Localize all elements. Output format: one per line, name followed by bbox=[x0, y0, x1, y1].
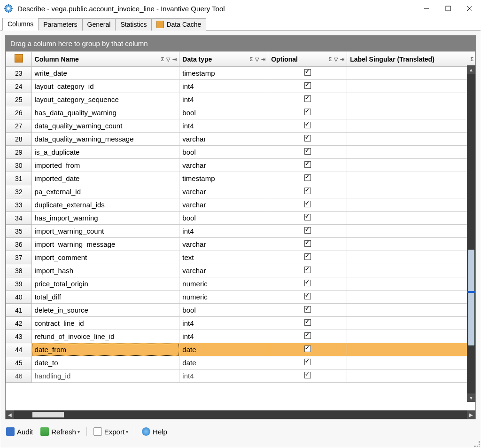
scroll-track-h[interactable] bbox=[14, 410, 467, 419]
cell-column-name[interactable]: date_from bbox=[31, 343, 179, 356]
cell-label-singular[interactable] bbox=[347, 159, 475, 172]
optional-checkbox[interactable] bbox=[304, 293, 311, 299]
cell-label-singular[interactable] bbox=[347, 304, 475, 317]
table-row[interactable]: 27data_quality_warning_countint4 bbox=[6, 119, 475, 133]
cell-optional[interactable] bbox=[268, 106, 347, 119]
table-row[interactable]: 34has_import_warningbool bbox=[6, 212, 475, 225]
cell-column-name[interactable]: write_date bbox=[31, 67, 179, 80]
cell-optional[interactable] bbox=[268, 304, 347, 317]
header-data-type[interactable]: Data typeΣ ▽ ⇥ bbox=[179, 52, 268, 67]
cell-column-name[interactable]: data_quality_warning_count bbox=[31, 119, 179, 133]
minimize-button[interactable] bbox=[416, 0, 437, 16]
row-number[interactable]: 39 bbox=[6, 277, 32, 291]
header-column-name[interactable]: Column NameΣ ▽ ⇥ bbox=[31, 52, 179, 67]
cell-optional[interactable] bbox=[268, 198, 347, 212]
cell-label-singular[interactable] bbox=[347, 225, 475, 238]
cell-optional[interactable] bbox=[268, 146, 347, 159]
cell-label-singular[interactable] bbox=[347, 356, 475, 369]
tab-general[interactable]: General bbox=[82, 18, 116, 31]
cell-label-singular[interactable] bbox=[347, 198, 475, 212]
cell-optional[interactable] bbox=[268, 291, 347, 304]
cell-column-name[interactable]: duplicate_external_ids bbox=[31, 198, 179, 212]
table-row[interactable]: 37import_commenttext bbox=[6, 251, 475, 264]
row-number[interactable]: 34 bbox=[6, 212, 32, 225]
row-number[interactable]: 40 bbox=[6, 291, 32, 304]
optional-checkbox[interactable] bbox=[304, 135, 311, 141]
optional-checkbox[interactable] bbox=[304, 174, 311, 181]
horizontal-scrollbar[interactable]: ◀ ▶ bbox=[6, 410, 475, 419]
optional-checkbox[interactable] bbox=[304, 109, 311, 115]
optional-checkbox[interactable] bbox=[304, 201, 311, 207]
cell-data-type[interactable]: bool bbox=[179, 106, 268, 119]
row-number[interactable]: 42 bbox=[6, 317, 32, 330]
cell-data-type[interactable]: date bbox=[179, 356, 268, 369]
cell-label-singular[interactable] bbox=[347, 317, 475, 330]
cell-data-type[interactable]: text bbox=[179, 251, 268, 264]
row-number[interactable]: 45 bbox=[6, 356, 32, 369]
cell-optional[interactable] bbox=[268, 277, 347, 291]
cell-column-name[interactable]: import_warning_count bbox=[31, 225, 179, 238]
table-row[interactable]: 26has_data_quality_warningbool bbox=[6, 106, 475, 119]
table-row[interactable]: 41delete_in_sourcebool bbox=[6, 304, 475, 317]
optional-checkbox[interactable] bbox=[304, 214, 311, 220]
cell-label-singular[interactable] bbox=[347, 238, 475, 251]
row-number[interactable]: 37 bbox=[6, 251, 32, 264]
optional-checkbox[interactable] bbox=[304, 161, 311, 168]
cell-label-singular[interactable] bbox=[347, 343, 475, 356]
cell-label-singular[interactable] bbox=[347, 133, 475, 146]
cell-column-name[interactable]: total_diff bbox=[31, 291, 179, 304]
table-row[interactable]: 29is_a_duplicatebool bbox=[6, 146, 475, 159]
tab-columns[interactable]: Columns bbox=[2, 18, 39, 31]
cell-data-type[interactable]: int4 bbox=[179, 225, 268, 238]
cell-data-type[interactable]: int4 bbox=[179, 369, 268, 383]
corner-header[interactable] bbox=[6, 52, 32, 67]
cell-optional[interactable] bbox=[268, 80, 347, 93]
cell-optional[interactable] bbox=[268, 93, 347, 106]
tab-parameters[interactable]: Parameters bbox=[38, 18, 82, 31]
row-number[interactable]: 44 bbox=[6, 343, 32, 356]
audit-button[interactable]: Audit bbox=[3, 426, 36, 437]
cell-column-name[interactable]: price_total_origin bbox=[31, 277, 179, 291]
optional-checkbox[interactable] bbox=[304, 240, 311, 247]
optional-checkbox[interactable] bbox=[304, 69, 311, 76]
cell-data-type[interactable]: int4 bbox=[179, 80, 268, 93]
table-row[interactable]: 45date_todate bbox=[6, 356, 475, 369]
scroll-thumb[interactable] bbox=[468, 250, 474, 346]
table-row[interactable]: 44date_fromdate bbox=[6, 343, 475, 356]
cell-optional[interactable] bbox=[268, 119, 347, 133]
cell-optional[interactable] bbox=[268, 159, 347, 172]
cell-column-name[interactable]: import_warning_message bbox=[31, 238, 179, 251]
table-row[interactable]: 39price_total_originnumeric bbox=[6, 277, 475, 291]
row-number[interactable]: 32 bbox=[6, 185, 32, 198]
cell-data-type[interactable]: varchar bbox=[179, 133, 268, 146]
chevron-down-icon[interactable]: ▾ bbox=[126, 429, 128, 434]
cell-optional[interactable] bbox=[268, 343, 347, 356]
row-number[interactable]: 46 bbox=[6, 369, 32, 383]
table-row[interactable]: 35import_warning_countint4 bbox=[6, 225, 475, 238]
table-row[interactable]: 38import_hashvarchar bbox=[6, 264, 475, 277]
scroll-track[interactable] bbox=[467, 74, 475, 393]
table-row[interactable]: 46handling_idint4 bbox=[6, 369, 475, 383]
optional-checkbox[interactable] bbox=[304, 82, 311, 89]
row-number[interactable]: 24 bbox=[6, 80, 32, 93]
cell-column-name[interactable]: handling_id bbox=[31, 369, 179, 383]
cell-label-singular[interactable] bbox=[347, 80, 475, 93]
row-number[interactable]: 35 bbox=[6, 225, 32, 238]
cell-data-type[interactable]: numeric bbox=[179, 291, 268, 304]
cell-data-type[interactable]: varchar bbox=[179, 238, 268, 251]
row-number[interactable]: 30 bbox=[6, 159, 32, 172]
cell-column-name[interactable]: layout_category_id bbox=[31, 80, 179, 93]
cell-column-name[interactable]: delete_in_source bbox=[31, 304, 179, 317]
optional-checkbox[interactable] bbox=[304, 148, 311, 155]
optional-checkbox[interactable] bbox=[304, 95, 311, 102]
vertical-scrollbar[interactable]: ▲ ▼ bbox=[467, 65, 475, 402]
cell-data-type[interactable]: varchar bbox=[179, 198, 268, 212]
chevron-down-icon[interactable]: ▾ bbox=[78, 429, 80, 434]
cell-optional[interactable] bbox=[268, 185, 347, 198]
cell-data-type[interactable]: varchar bbox=[179, 159, 268, 172]
cell-label-singular[interactable] bbox=[347, 146, 475, 159]
cell-data-type[interactable]: int4 bbox=[179, 119, 268, 133]
header-icons[interactable]: Σ ▽ ⇥ bbox=[161, 56, 178, 62]
cell-data-type[interactable]: bool bbox=[179, 304, 268, 317]
header-label-singular[interactable]: Label Singular (Translated)Σ bbox=[347, 52, 475, 67]
